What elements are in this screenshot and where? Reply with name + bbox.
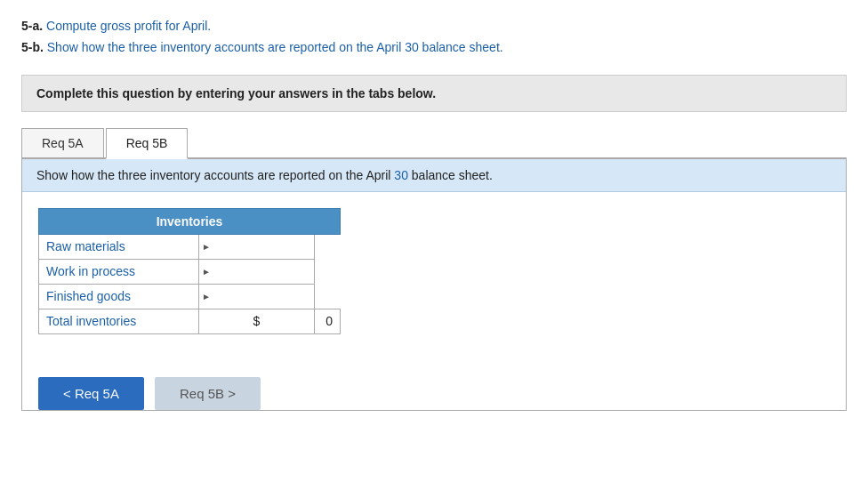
total-label: Total inventories [39, 309, 199, 333]
raw-materials-input[interactable] [199, 235, 314, 259]
instruction-5b-bold: 5-b. [21, 40, 44, 54]
instruction-5a-text: Compute gross profit for April. [43, 19, 211, 33]
wip-input[interactable] [199, 260, 314, 284]
table-row: Finished goods ► [39, 284, 341, 309]
prev-button[interactable]: < Req 5A [38, 377, 144, 410]
instruction-5a-bold: 5-a. [21, 19, 43, 33]
tab-content: Show how the three inventory accounts ar… [21, 159, 847, 411]
total-value: 0 [315, 309, 341, 333]
arrow-icon-raw: ► [202, 242, 211, 252]
btn-row: < Req 5A Req 5B > [22, 377, 846, 410]
req-desc-text2: balance sheet. [408, 168, 493, 182]
dollar-sign: $ [199, 309, 315, 333]
instructions: 5-a. Compute gross profit for April. 5-b… [21, 16, 847, 59]
req-desc-text1: Show how the three inventory accounts ar… [36, 168, 394, 182]
table-area: Inventories Raw materials ► Work in proc… [22, 192, 846, 356]
req-desc-highlight: 30 [394, 168, 408, 182]
table-row-total: Total inventories $ 0 [39, 309, 341, 333]
complete-banner: Complete this question by entering your … [21, 75, 847, 112]
tab-req5a[interactable]: Req 5A [21, 128, 104, 157]
complete-banner-text: Complete this question by entering your … [36, 86, 436, 100]
table-row: Work in process ► [39, 259, 341, 284]
row-finished-goods-input-cell[interactable]: ► [199, 284, 315, 309]
arrow-icon-fg: ► [202, 292, 211, 301]
row-raw-materials-input-cell[interactable]: ► [199, 234, 315, 259]
finished-goods-input[interactable] [199, 285, 314, 309]
tabs-row: Req 5A Req 5B [21, 128, 847, 159]
table-row: Raw materials ► [39, 234, 341, 259]
next-button[interactable]: Req 5B > [155, 377, 261, 410]
row-finished-goods-label: Finished goods [39, 284, 199, 309]
table-header: Inventories [39, 208, 341, 234]
tab-req5b[interactable]: Req 5B [106, 128, 189, 159]
row-wip-input-cell[interactable]: ► [199, 259, 315, 284]
row-wip-label: Work in process [39, 259, 199, 284]
row-raw-materials-label: Raw materials [39, 234, 199, 259]
req-description: Show how the three inventory accounts ar… [22, 159, 846, 192]
instruction-5b-text: Show how the three inventory accounts ar… [44, 40, 503, 54]
arrow-icon-wip: ► [202, 267, 211, 277]
inventory-table: Inventories Raw materials ► Work in proc… [38, 208, 341, 334]
